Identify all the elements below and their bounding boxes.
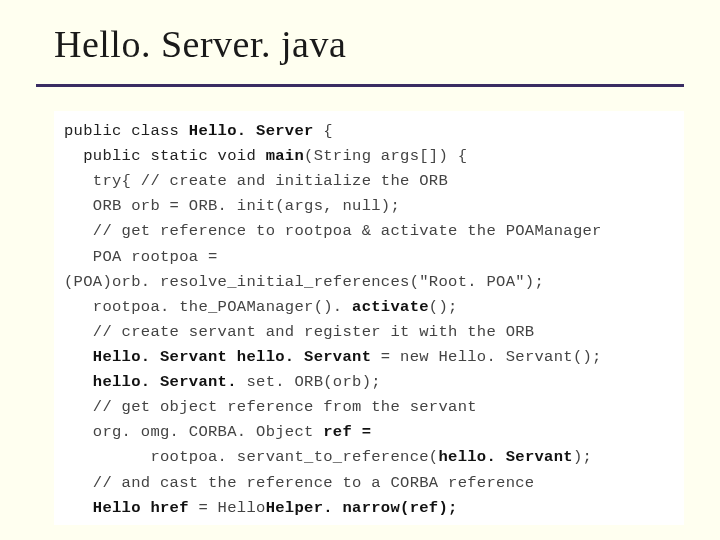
code-line: POA rootpoa = [64,245,674,270]
code-line: Hello href = HelloHelper. narrow(ref); [64,496,674,521]
code-text: Hello. Server [179,122,323,140]
code-text: Hello. Servant hello. Servant [64,348,381,366]
code-text: hello. Servant [438,448,572,466]
code-text: public class [64,122,179,140]
code-text: = new Hello. Servant(); [381,348,602,366]
code-line: // create servant and register it with t… [64,320,674,345]
code-line: rootpoa. servant_to_reference(hello. Ser… [64,445,674,470]
code-line: // and cast the reference to a CORBA ref… [64,471,674,496]
code-text: main [256,147,304,165]
code-line: // get object reference from the servant [64,395,674,420]
slide-container: Hello. Server. java public class Hello. … [0,0,720,540]
code-line: hello. Servant. set. ORB(orb); [64,370,674,395]
code-line: public static void main(String args[]) { [64,144,674,169]
page-title: Hello. Server. java [54,22,684,66]
code-line: org. omg. CORBA. Object ref = [64,420,674,445]
code-text: hello. Servant. [64,373,246,391]
code-line: Hello. Servant hello. Servant = new Hell… [64,345,674,370]
code-line: public class Hello. Server { [64,119,674,144]
code-text: rootpoa. servant_to_reference( [64,448,438,466]
code-text: org. omg. CORBA. Object [64,423,314,441]
code-text: ref = [314,423,372,441]
code-line: // get reference to rootpoa & activate t… [64,219,674,244]
code-line: rootpoa. the_POAManager(). activate(); [64,295,674,320]
code-text: rootpoa. the_POAManager(). [64,298,352,316]
code-line: ORB orb = ORB. init(args, null); [64,194,674,219]
code-block: public class Hello. Server { public stat… [54,111,684,525]
code-text: (String args[]) { [304,147,467,165]
code-text: Hello href [64,499,198,517]
code-text: ); [573,448,592,466]
code-text: activate [352,298,429,316]
code-text: public static void [64,147,256,165]
code-text: set. ORB(orb); [246,373,380,391]
code-text: { [323,122,333,140]
code-line: (POA)orb. resolve_initial_references("Ro… [64,270,674,295]
code-line: try{ // create and initialize the ORB [64,169,674,194]
divider-line [36,84,684,87]
code-text: Helper. narrow(ref); [266,499,458,517]
code-text: (); [429,298,458,316]
code-text: = Hello [198,499,265,517]
